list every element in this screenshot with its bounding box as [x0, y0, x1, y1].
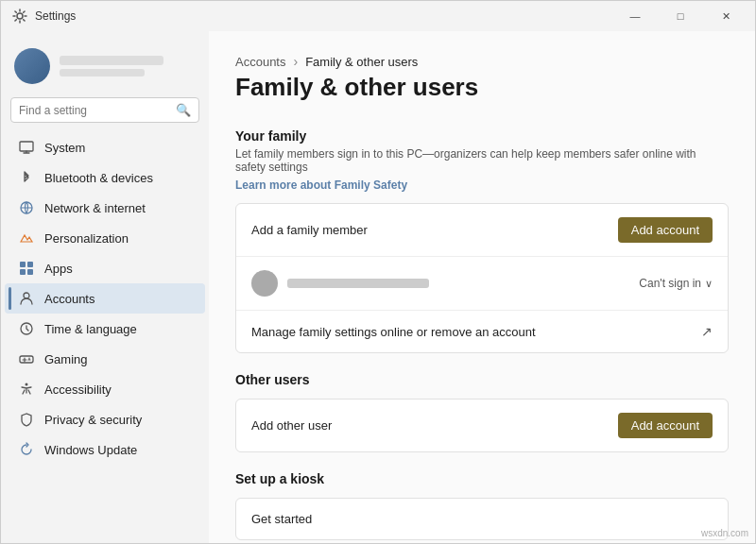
svg-rect-1 — [20, 142, 33, 151]
add-family-button[interactable]: Add account — [618, 217, 713, 243]
svg-point-7 — [24, 293, 29, 298]
kiosk-title: Set up a kiosk — [235, 471, 729, 486]
other-users-title: Other users — [235, 372, 729, 387]
bluetooth-icon — [18, 169, 35, 186]
breadcrumb-page: Family & other users — [305, 55, 418, 69]
profile-info — [60, 56, 163, 76]
search-icon: 🔍 — [176, 103, 191, 117]
sidebar-item-apps-label: Apps — [44, 262, 73, 276]
breadcrumb-separator: › — [293, 54, 298, 69]
search-box[interactable]: 🔍 — [10, 97, 199, 123]
svg-rect-3 — [20, 262, 26, 267]
family-account-avatar — [251, 270, 278, 297]
window-controls: — □ ✕ — [613, 1, 747, 31]
minimize-button[interactable]: — — [613, 1, 657, 31]
add-other-user-label: Add other user — [251, 418, 332, 433]
get-started-label: Get started — [251, 512, 312, 526]
sidebar-item-network[interactable]: Network & internet — [5, 193, 205, 223]
sidebar-item-time[interactable]: Time & language — [5, 314, 205, 344]
title-bar: Settings — □ ✕ — [1, 1, 755, 31]
settings-app-icon — [12, 8, 27, 24]
accessibility-icon — [18, 381, 35, 398]
sidebar-item-privacy-label: Privacy & security — [44, 413, 142, 427]
network-icon — [18, 199, 35, 216]
your-family-description: Let family members sign in to this PC—or… — [235, 147, 729, 174]
system-icon — [18, 139, 35, 156]
manage-family-label: Manage family settings online or remove … — [251, 325, 536, 339]
main-content: Accounts › Family & other users Family &… — [209, 31, 755, 543]
add-other-user-button[interactable]: Add account — [618, 413, 713, 438]
accounts-icon — [18, 290, 35, 307]
sidebar-item-system-label: System — [44, 141, 85, 155]
sidebar-item-personalization[interactable]: Personalization — [5, 223, 205, 253]
family-card: Add a family member Add account Can't si… — [235, 203, 729, 353]
profile-email — [60, 69, 145, 76]
sidebar-item-gaming[interactable]: Gaming — [5, 344, 205, 374]
breadcrumb: Accounts › Family & other users — [235, 54, 729, 69]
family-account-info — [251, 270, 429, 297]
settings-window: Settings — □ ✕ 🔍 — [0, 0, 756, 544]
sidebar-item-bluetooth[interactable]: Bluetooth & devices — [5, 162, 205, 193]
sidebar-item-bluetooth-label: Bluetooth & devices — [44, 171, 153, 185]
family-account-row: Can't sign in ∨ — [236, 257, 728, 311]
svg-rect-4 — [27, 262, 33, 267]
title-bar-left: Settings — [12, 8, 76, 24]
add-family-row: Add a family member Add account — [236, 204, 728, 257]
get-started-row[interactable]: Get started — [236, 499, 728, 539]
sidebar-item-system[interactable]: System — [5, 132, 205, 162]
learn-more-link[interactable]: Learn more about Family Safety — [235, 178, 407, 192]
profile-name — [60, 56, 163, 65]
sidebar-item-update[interactable]: Windows Update — [5, 434, 205, 465]
window-title: Settings — [35, 9, 76, 23]
sidebar-item-gaming-label: Gaming — [44, 352, 88, 366]
family-account-email — [287, 279, 429, 288]
cant-sign-in-dropdown[interactable]: Can't sign in ∨ — [639, 277, 713, 290]
manage-family-row[interactable]: Manage family settings online or remove … — [236, 311, 728, 352]
sidebar-item-accessibility-label: Accessibility — [44, 382, 112, 397]
avatar — [14, 48, 50, 84]
cant-sign-in-label: Can't sign in — [639, 277, 701, 290]
add-other-user-row: Add other user Add account — [236, 400, 728, 451]
sidebar-item-apps[interactable]: Apps — [5, 253, 205, 283]
search-input[interactable] — [19, 104, 170, 117]
svg-rect-5 — [20, 269, 26, 275]
sidebar-item-update-label: Windows Update — [44, 443, 137, 457]
update-icon — [18, 441, 35, 458]
watermark: wsxdn.com — [701, 528, 748, 538]
close-button[interactable]: ✕ — [704, 1, 747, 31]
sidebar-item-accounts[interactable]: Accounts — [5, 283, 205, 314]
sidebar-item-privacy[interactable]: Privacy & security — [5, 404, 205, 434]
sidebar-item-accounts-label: Accounts — [44, 292, 94, 306]
other-users-card: Add other user Add account — [235, 399, 729, 452]
maximize-button[interactable]: □ — [659, 1, 702, 31]
sidebar-item-time-label: Time & language — [44, 322, 137, 336]
privacy-icon — [18, 411, 35, 428]
chevron-down-icon: ∨ — [705, 278, 713, 290]
gaming-icon — [18, 350, 35, 367]
svg-point-10 — [26, 383, 28, 386]
window-content: 🔍 System Bluetooth & devices — [1, 31, 755, 543]
svg-point-0 — [17, 13, 23, 19]
sidebar: 🔍 System Bluetooth & devices — [1, 31, 209, 543]
your-family-title: Your family — [235, 128, 729, 144]
time-icon — [18, 320, 35, 337]
kiosk-card: Get started — [235, 498, 729, 540]
page-title: Family & other users — [235, 73, 478, 102]
sidebar-item-network-label: Network & internet — [44, 201, 146, 215]
external-link-icon: ↗ — [701, 324, 713, 339]
sidebar-item-accessibility[interactable]: Accessibility — [5, 374, 205, 404]
svg-rect-6 — [27, 269, 33, 275]
sidebar-item-personalization-label: Personalization — [44, 231, 129, 246]
apps-icon — [18, 260, 35, 277]
personalization-icon — [18, 230, 35, 246]
your-family-section: Your family Let family members sign in t… — [235, 128, 729, 192]
breadcrumb-section[interactable]: Accounts — [235, 55, 285, 69]
sidebar-profile — [1, 39, 209, 97]
add-family-label: Add a family member — [251, 223, 368, 237]
